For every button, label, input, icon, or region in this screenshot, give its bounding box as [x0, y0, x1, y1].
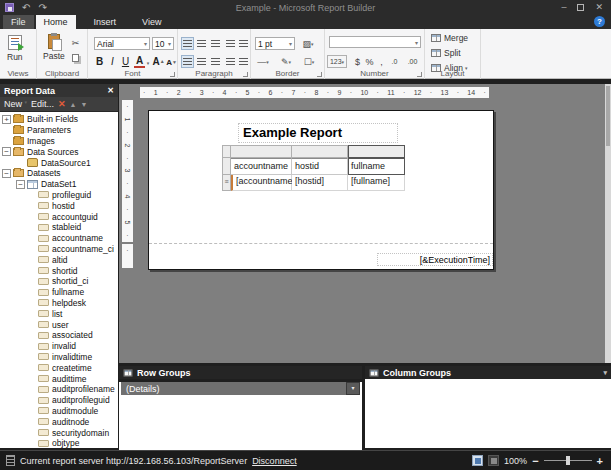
tree-item-securitydomain[interactable]: securitydomain — [0, 427, 118, 438]
split-button[interactable]: Split — [431, 48, 461, 58]
tree-item-stableid[interactable]: stableid — [0, 222, 118, 233]
tree-item-DataSource1[interactable]: DataSource1 — [0, 157, 118, 168]
tablix-table[interactable]: accountname hostid fullname ≡ [accountna… — [222, 145, 405, 191]
design-surface[interactable]: ·1·2·3·4·5·6·7·8·9·10·11·12·13·14· ·1·2·… — [119, 84, 611, 363]
align-middle-button[interactable] — [195, 37, 208, 50]
design-view-icon[interactable] — [472, 455, 483, 466]
tree-item-DataSet1[interactable]: −DataSet1 — [0, 179, 118, 190]
paste-button[interactable]: Paste — [43, 34, 65, 61]
shrink-font-button[interactable]: A▼ — [165, 56, 178, 69]
copy-button[interactable] — [69, 51, 82, 64]
tree-item-Datasets[interactable]: −Datasets — [0, 168, 118, 179]
tree-item-Parameters[interactable]: Parameters — [0, 125, 118, 136]
fill-color-button[interactable]: ▨▾ — [299, 37, 317, 50]
font-family-select[interactable]: Arial ▾ — [94, 37, 150, 50]
delete-icon[interactable]: ✕ — [58, 99, 66, 109]
tree-item-accountname[interactable]: accountname — [0, 233, 118, 244]
tree-item-auditprofileguid[interactable]: auditprofileguid — [0, 395, 118, 406]
numbering-button[interactable] — [237, 55, 250, 68]
tree-item-hostid[interactable]: hostid — [0, 200, 118, 211]
font-color-button[interactable]: A — [134, 56, 145, 68]
tree-item-fullname[interactable]: fullname — [0, 287, 118, 298]
tree-item-Images[interactable]: Images — [0, 136, 118, 147]
scrollbar-thumb[interactable] — [606, 86, 610, 146]
number-format-select[interactable]: ▾ — [329, 36, 421, 48]
tree-item-Data Sources[interactable]: −Data Sources — [0, 146, 118, 157]
tree-item-helpdesk[interactable]: helpdesk — [0, 298, 118, 309]
tree-item-shortid_ci[interactable]: shortid_ci — [0, 276, 118, 287]
decrease-decimal-button[interactable]: .00 — [404, 55, 421, 68]
tab-view[interactable]: View — [134, 15, 169, 29]
tree-item-associated[interactable]: associated — [0, 330, 118, 341]
cut-button[interactable]: ✂ — [69, 36, 82, 49]
tree-item-shortid[interactable]: shortid — [0, 265, 118, 276]
zoom-out-button[interactable]: − — [532, 455, 538, 467]
maximize-button[interactable] — [577, 4, 584, 11]
font-dialog-launcher[interactable] — [170, 72, 175, 77]
close-panel-icon[interactable]: ✕ — [107, 86, 114, 95]
tree-item-accountname_ci[interactable]: accountname_ci — [0, 244, 118, 255]
column-handle-3[interactable] — [348, 145, 405, 158]
collapse-icon[interactable]: − — [16, 180, 25, 189]
bullets-button[interactable] — [224, 55, 237, 68]
report-title-textbox[interactable]: Example Report — [238, 123, 398, 143]
collapse-icon[interactable]: − — [2, 147, 11, 156]
move-down-icon[interactable]: ▼ — [81, 101, 88, 108]
zoom-slider[interactable] — [544, 456, 592, 465]
tab-file[interactable]: File — [3, 15, 34, 29]
tree-item-auditprofilename[interactable]: auditprofilename — [0, 384, 118, 395]
tree-item-auditnode[interactable]: auditnode — [0, 416, 118, 427]
tree-item-objtype[interactable]: objtype — [0, 438, 118, 448]
tree-item-user[interactable]: user — [0, 319, 118, 330]
help-icon[interactable]: ? — [594, 16, 605, 27]
report-page[interactable]: Example Report accountname hostid fullna… — [148, 110, 494, 270]
tablix-corner-handle[interactable] — [222, 145, 231, 158]
align-top-button[interactable] — [181, 37, 194, 50]
zoom-slider-thumb[interactable] — [566, 456, 570, 465]
print-layout-icon[interactable] — [488, 455, 499, 466]
details-group-item[interactable]: (Details) ▾ — [121, 382, 360, 395]
border-width-select[interactable]: 1 pt ▾ — [255, 37, 295, 50]
column-handle-1[interactable] — [231, 145, 292, 158]
header-cell-accountname[interactable]: accountname — [231, 158, 292, 175]
number-dialog-launcher[interactable] — [417, 72, 422, 77]
decrease-indent-button[interactable] — [224, 37, 237, 50]
tab-home[interactable]: Home — [36, 15, 76, 29]
data-cell-accountname[interactable]: [accountname] — [231, 175, 292, 191]
border-style-button[interactable]: ☐▾ — [299, 55, 319, 68]
expand-icon[interactable]: + — [2, 115, 11, 124]
minimize-button[interactable]: – — [561, 0, 566, 15]
collapse-icon[interactable]: − — [2, 169, 11, 178]
grow-font-button[interactable]: A▲ — [152, 55, 165, 68]
paragraph-dialog-launcher[interactable] — [243, 72, 248, 77]
vertical-scrollbar[interactable] — [605, 84, 611, 363]
data-cell-hostid[interactable]: [hostid] — [292, 175, 348, 191]
tree-item-profileguid[interactable]: profileguid — [0, 190, 118, 201]
border-line-button[interactable]: —▾ — [253, 55, 273, 68]
align-center-button[interactable] — [195, 55, 208, 68]
new-button[interactable]: New ▾ — [4, 99, 27, 109]
column-groups-dropdown[interactable]: ▾ — [603, 369, 607, 377]
tree-item-list[interactable]: list — [0, 308, 118, 319]
tree-item-auditmodule[interactable]: auditmodule — [0, 406, 118, 417]
tab-insert[interactable]: Insert — [86, 15, 125, 29]
execution-time-textbox[interactable]: [&ExecutionTime] — [377, 253, 493, 266]
increase-indent-button[interactable] — [237, 37, 250, 50]
italic-button[interactable]: I — [106, 55, 119, 68]
merge-button[interactable]: Merge — [431, 33, 468, 43]
tree-item-altid[interactable]: altid — [0, 254, 118, 265]
close-button[interactable]: ✕ — [595, 0, 603, 15]
border-color-button[interactable]: ✎▾ — [276, 55, 296, 68]
font-size-select[interactable]: 10 ▾ — [152, 37, 174, 50]
details-dropdown-button[interactable]: ▾ — [346, 382, 360, 395]
number-format-button[interactable]: 123▾ — [327, 55, 347, 68]
data-cell-fullname[interactable]: [fullname] — [348, 175, 405, 191]
tree-item-createtime[interactable]: createtime — [0, 362, 118, 373]
disconnect-link[interactable]: Disconnect — [252, 456, 297, 466]
border-dialog-launcher[interactable] — [317, 72, 322, 77]
align-right-button[interactable] — [209, 55, 222, 68]
underline-button[interactable]: U — [119, 55, 132, 68]
bold-button[interactable]: B — [93, 55, 106, 68]
header-cell-fullname[interactable]: fullname — [348, 158, 405, 175]
tree-item-invalid[interactable]: invalid — [0, 341, 118, 352]
